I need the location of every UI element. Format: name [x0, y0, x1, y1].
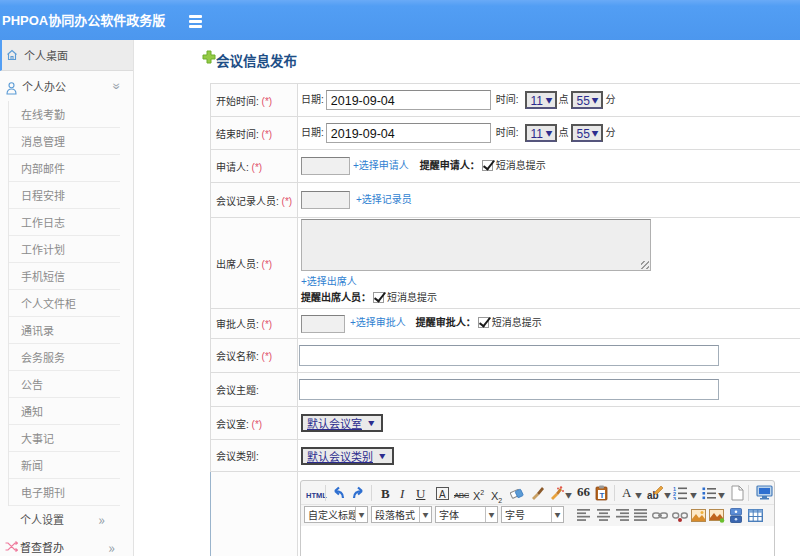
svg-text:3: 3	[673, 496, 676, 500]
svg-text:T: T	[600, 491, 605, 500]
